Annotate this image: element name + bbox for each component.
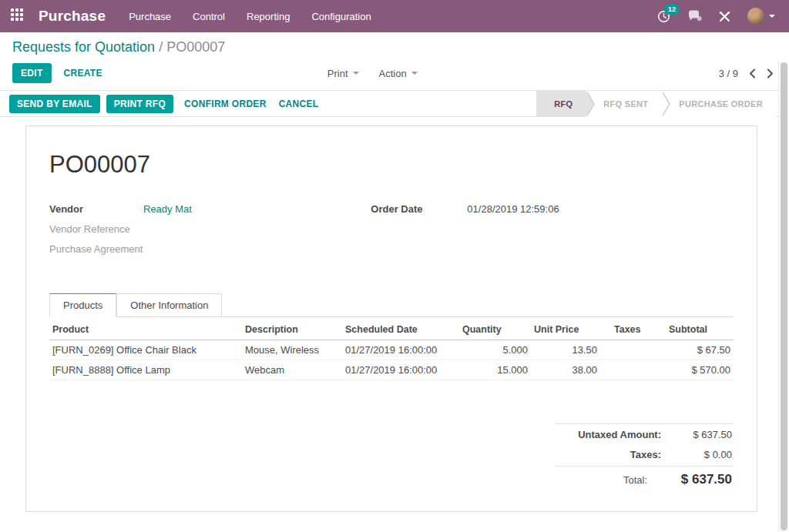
print-dropdown[interactable]: Print [327,68,359,79]
table-row[interactable]: [FURN_0269] Office Chair Black Mouse, Wi… [49,340,734,360]
apps-grid-icon[interactable] [11,8,26,24]
taxes-value: $ 0.00 [661,449,732,460]
cancel-button[interactable]: CANCEL [279,99,319,109]
confirm-order-button[interactable]: CONFIRM ORDER [184,99,267,109]
document-title: PO00007 [49,151,734,179]
activity-count-badge: 12 [664,5,680,15]
col-description[interactable]: Description [242,319,342,340]
print-label: Print [327,68,348,79]
menu-purchase[interactable]: Purchase [129,11,171,22]
chevron-down-icon [353,72,359,75]
cell-unit-price[interactable]: 13.50 [531,340,600,360]
user-menu[interactable] [747,8,775,25]
cell-subtotal[interactable]: $ 67.50 [666,340,734,360]
status-step-rfq-sent[interactable]: RFQ SENT [586,91,661,117]
edit-button[interactable]: EDIT [12,63,52,83]
scrollbar-thumb[interactable] [781,62,787,530]
order-date-label: Order Date [371,203,467,217]
create-button[interactable]: CREATE [64,68,102,79]
untaxed-amount-value: $ 637.50 [661,429,732,440]
notebook-tabs: Products Other Information [49,293,734,317]
order-date-value: 01/28/2019 12:59:06 [467,203,559,217]
cell-quantity[interactable]: 15.000 [459,360,531,380]
app-title[interactable]: Purchase [39,8,106,25]
top-menu: Purchase Control Reporting Configuration [129,11,371,22]
col-product[interactable]: Product [49,319,242,340]
status-step-rfq[interactable]: RFQ [536,91,586,117]
vendor-reference-label: Vendor Reference [49,223,143,237]
field-group: Vendor Ready Mat Vendor Reference Purcha… [49,203,734,263]
col-unit-price[interactable]: Unit Price [531,319,600,340]
status-steps: RFQ RFQ SENT PURCHASE ORDER [536,91,776,117]
vendor-label: Vendor [49,203,143,217]
total-value: $ 637.50 [647,472,732,487]
status-step-purchase-order[interactable]: PURCHASE ORDER [661,91,776,117]
menu-control[interactable]: Control [193,11,225,22]
breadcrumb-separator: / [159,39,163,55]
col-taxes[interactable]: Taxes [600,319,666,340]
total-label: Total: [623,474,647,486]
control-panel: Requests for Quotation / PO00007 EDIT CR… [0,32,789,83]
action-label: Action [379,68,407,79]
action-dropdown[interactable]: Action [379,68,418,79]
untaxed-amount-label: Untaxed Amount: [578,429,661,440]
col-subtotal[interactable]: Subtotal [666,319,734,340]
cell-product[interactable]: [FURN_0269] Office Chair Black [49,340,242,360]
cell-scheduled-date[interactable]: 01/27/2019 16:00:00 [342,340,459,360]
table-header-row: Product Description Scheduled Date Quant… [49,319,734,340]
chat-bubbles-icon [687,10,702,23]
menu-configuration[interactable]: Configuration [311,11,371,22]
cell-scheduled-date[interactable]: 01/27/2019 16:00:00 [342,360,459,380]
avatar [747,8,764,25]
activity-menu-button[interactable]: 12 [657,10,670,23]
chevron-down-icon [411,72,418,75]
dev-tools-button[interactable] [719,11,730,22]
cell-description[interactable]: Mouse, Wireless [242,340,342,360]
crossed-tools-icon [719,11,730,22]
pager-counter: 3 / 9 [719,68,738,79]
tab-other-information[interactable]: Other Information [116,293,222,317]
pager-previous-icon[interactable] [749,69,756,79]
totals-block: Untaxed Amount: $ 637.50 Taxes: $ 0.00 T… [555,423,734,491]
chatter: Send message Log note Schedule activity … [0,512,789,532]
cell-taxes[interactable] [600,360,666,380]
chevron-down-icon [769,15,775,18]
send-by-email-button[interactable]: SEND BY EMAIL [9,95,100,113]
order-lines-table: Product Description Scheduled Date Quant… [49,319,734,380]
top-navbar: Purchase Purchase Control Reporting Conf… [0,0,789,32]
form-sheet: PO00007 Vendor Ready Mat Vendor Referenc… [25,125,757,512]
purchase-agreement-label: Purchase Agreement [49,243,143,257]
col-quantity[interactable]: Quantity [459,319,531,340]
cell-quantity[interactable]: 5.000 [459,340,531,360]
vendor-value-link[interactable]: Ready Mat [143,203,192,217]
cell-taxes[interactable] [600,340,666,360]
col-scheduled-date[interactable]: Scheduled Date [342,319,459,340]
table-row[interactable]: [FURN_8888] Office Lamp Webcam 01/27/201… [49,360,734,380]
breadcrumb-parent[interactable]: Requests for Quotation [12,39,155,55]
cell-unit-price[interactable]: 38.00 [531,360,600,380]
messages-button[interactable] [687,10,702,23]
cell-description[interactable]: Webcam [242,360,342,380]
menu-reporting[interactable]: Reporting [247,11,290,22]
pager-next-icon[interactable] [767,69,774,79]
cell-subtotal[interactable]: $ 570.00 [666,360,734,380]
taxes-label: Taxes: [630,449,661,460]
vertical-scrollbar[interactable] [778,61,789,532]
breadcrumb: Requests for Quotation / PO00007 [12,39,774,55]
print-rfq-button[interactable]: PRINT RFQ [106,95,173,113]
statusbar: SEND BY EMAIL PRINT RFQ CONFIRM ORDER CA… [0,90,789,117]
tab-products[interactable]: Products [49,293,116,317]
breadcrumb-current: PO00007 [166,39,225,55]
cell-product[interactable]: [FURN_8888] Office Lamp [49,360,242,380]
